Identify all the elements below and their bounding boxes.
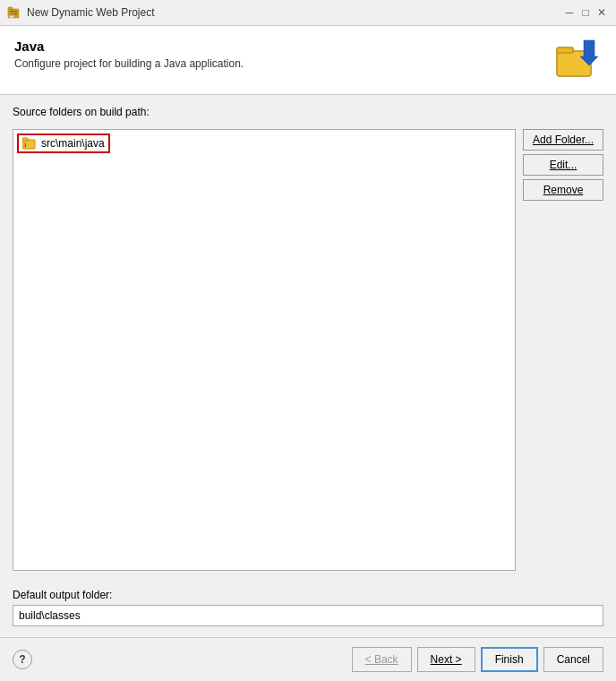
- body-section: Source folders on build path: J src\main…: [0, 95, 616, 582]
- footer: ? < Back Next > Finish Cancel: [0, 637, 616, 681]
- svg-text:☕: ☕: [9, 13, 15, 19]
- source-folders-label: Source folders on build path:: [13, 106, 603, 118]
- header-icon: [555, 39, 602, 82]
- header-section: Java Configure project for building a Ja…: [0, 26, 616, 95]
- help-button[interactable]: ?: [13, 650, 32, 669]
- titlebar-icon: ☕: [7, 5, 21, 20]
- page-subtitle: Configure project for building a Java ap…: [14, 57, 244, 70]
- svg-rect-1: [8, 7, 13, 10]
- titlebar-controls: ─ □ ✕: [562, 5, 609, 20]
- output-section: Default output folder:: [0, 582, 616, 637]
- header-text: Java Configure project for building a Ja…: [14, 39, 244, 70]
- side-buttons: Add Folder... Edit... Remove: [523, 129, 603, 571]
- finish-button[interactable]: Finish: [481, 647, 538, 672]
- maximize-button[interactable]: □: [578, 5, 593, 20]
- source-folder-item-label: src\main\java: [41, 137, 105, 150]
- add-folder-button[interactable]: Add Folder...: [523, 129, 603, 151]
- source-folders-area: J src\main\java Add Folder... Edit... Re…: [13, 129, 603, 571]
- page-title: Java: [14, 39, 244, 54]
- remove-button[interactable]: Remove: [523, 179, 603, 201]
- next-button[interactable]: Next >: [417, 647, 475, 672]
- dialog-content: Java Configure project for building a Ja…: [0, 26, 616, 637]
- cancel-button[interactable]: Cancel: [543, 647, 603, 672]
- back-button[interactable]: < Back: [352, 647, 412, 672]
- titlebar: ☕ New Dynamic Web Project ─ □ ✕: [0, 0, 616, 26]
- svg-text:J: J: [23, 142, 26, 148]
- source-folder-item[interactable]: J src\main\java: [17, 134, 110, 153]
- source-list-container: J src\main\java: [13, 129, 516, 571]
- titlebar-title: New Dynamic Web Project: [27, 6, 557, 19]
- close-button[interactable]: ✕: [595, 5, 609, 20]
- output-folder-input[interactable]: [13, 605, 603, 626]
- svg-rect-8: [557, 47, 573, 53]
- footer-right: < Back Next > Finish Cancel: [352, 647, 603, 672]
- java-folder-icon: J: [22, 137, 37, 150]
- minimize-button[interactable]: ─: [562, 5, 577, 20]
- svg-rect-13: [22, 138, 28, 142]
- output-label: Default output folder:: [13, 589, 603, 601]
- footer-left: ?: [13, 650, 32, 669]
- edit-button[interactable]: Edit...: [523, 154, 603, 176]
